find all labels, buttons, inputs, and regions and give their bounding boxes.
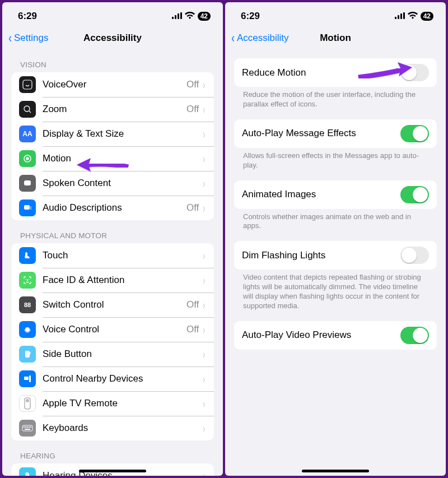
zoom-icon bbox=[19, 101, 36, 118]
row-label: Dim Flashing Lights bbox=[242, 250, 325, 261]
row-autoplay-messages: Auto-Play Message Effects bbox=[234, 119, 437, 148]
row-value: Off bbox=[186, 104, 199, 115]
audio-desc-icon bbox=[19, 199, 36, 216]
wifi-icon bbox=[185, 11, 195, 22]
screenshot-accessibility: 6:29 42 ‹ Settings Accessibility VISION … bbox=[2, 2, 223, 476]
row-appletv-remote[interactable]: Apple TV Remote › bbox=[11, 391, 214, 416]
chevron-right-icon: › bbox=[203, 202, 206, 214]
svg-point-7 bbox=[26, 157, 29, 160]
svg-rect-22 bbox=[30, 426, 31, 428]
toggle-autoplay-video[interactable] bbox=[400, 327, 429, 344]
svg-rect-27 bbox=[403, 12, 405, 19]
row-value: Off bbox=[186, 324, 199, 335]
svg-rect-17 bbox=[22, 425, 32, 431]
sidebutton-icon bbox=[19, 346, 36, 363]
footer-animated-images: Controls whether images animate on the w… bbox=[243, 212, 428, 231]
svg-rect-24 bbox=[395, 17, 396, 19]
row-label: Side Button bbox=[43, 349, 202, 360]
back-button[interactable]: ‹ Accessibility bbox=[231, 31, 289, 45]
svg-rect-14 bbox=[29, 375, 31, 382]
chevron-right-icon: › bbox=[203, 153, 206, 164]
motion-icon bbox=[19, 150, 36, 167]
back-label: Settings bbox=[14, 33, 48, 44]
status-bar: 6:29 42 bbox=[225, 2, 446, 27]
toggle-dim-flashing[interactable] bbox=[400, 247, 429, 264]
chevron-right-icon: › bbox=[203, 299, 206, 310]
row-side-button[interactable]: Side Button › bbox=[11, 342, 214, 366]
row-voiceover[interactable]: VoiceOver Off › bbox=[11, 72, 214, 97]
wifi-icon bbox=[408, 11, 418, 22]
row-label: Voice Control bbox=[43, 324, 186, 335]
row-label: Spoken Content bbox=[43, 178, 202, 189]
keyboards-icon bbox=[19, 420, 36, 437]
nearby-icon bbox=[19, 370, 36, 387]
faceid-icon bbox=[19, 272, 36, 289]
row-animated-images: Animated Images bbox=[234, 180, 437, 209]
svg-rect-25 bbox=[398, 15, 399, 19]
row-faceid[interactable]: Face ID & Attention › bbox=[11, 268, 214, 293]
chevron-left-icon: ‹ bbox=[8, 31, 12, 45]
row-display-text-size[interactable]: AA Display & Text Size › bbox=[11, 122, 214, 146]
row-dim-flashing: Dim Flashing Lights bbox=[234, 241, 437, 270]
svg-rect-9 bbox=[24, 205, 30, 210]
chevron-right-icon: › bbox=[203, 128, 206, 140]
row-label: Touch bbox=[43, 250, 202, 261]
status-indicators: 42 bbox=[172, 11, 211, 22]
row-reduce-motion: Reduce Motion bbox=[234, 58, 437, 87]
chevron-left-icon: ‹ bbox=[231, 31, 235, 45]
row-label: Motion bbox=[43, 153, 202, 164]
row-value: Off bbox=[186, 202, 199, 214]
section-header-hearing: HEARING bbox=[20, 452, 214, 460]
row-label: Display & Text Size bbox=[43, 128, 202, 140]
chevron-right-icon: › bbox=[203, 398, 206, 409]
group-video-previews: Auto-Play Video Previews bbox=[234, 321, 437, 350]
svg-rect-21 bbox=[29, 426, 30, 428]
row-control-nearby[interactable]: Control Nearby Devices › bbox=[11, 366, 214, 391]
touch-icon bbox=[19, 247, 36, 264]
toggle-animated-images[interactable] bbox=[400, 186, 429, 203]
status-time: 6:29 bbox=[18, 11, 37, 22]
motion-content: Reduce Motion Reduce the motion of the u… bbox=[225, 49, 446, 476]
row-keyboards[interactable]: Keyboards › bbox=[11, 416, 214, 440]
row-switch-control[interactable]: 88 Switch Control Off › bbox=[11, 293, 214, 317]
status-time: 6:29 bbox=[241, 11, 260, 22]
switch-icon: 88 bbox=[19, 296, 36, 313]
group-vision: VoiceOver Off › Zoom Off › AA Display & … bbox=[11, 72, 214, 220]
svg-rect-13 bbox=[24, 377, 29, 380]
row-touch[interactable]: Touch › bbox=[11, 243, 214, 268]
row-audio-descriptions[interactable]: Audio Descriptions Off › bbox=[11, 196, 214, 220]
voiceover-icon bbox=[19, 76, 36, 93]
chevron-right-icon: › bbox=[203, 324, 206, 335]
svg-rect-18 bbox=[24, 426, 25, 428]
toggle-autoplay-messages[interactable] bbox=[400, 125, 429, 142]
chevron-right-icon: › bbox=[203, 470, 206, 476]
nav-bar: ‹ Accessibility Motion bbox=[225, 27, 446, 49]
row-voice-control[interactable]: Voice Control Off › bbox=[11, 317, 214, 342]
row-motion[interactable]: Motion › bbox=[11, 146, 214, 171]
voicectl-icon bbox=[19, 321, 36, 338]
cellular-icon bbox=[395, 11, 405, 22]
row-spoken-content[interactable]: Spoken Content › bbox=[11, 171, 214, 196]
chevron-right-icon: › bbox=[203, 250, 206, 261]
toggle-reduce-motion[interactable] bbox=[400, 64, 429, 81]
row-label: Auto-Play Video Previews bbox=[242, 330, 351, 341]
svg-rect-20 bbox=[27, 426, 28, 428]
row-label: Auto-Play Message Effects bbox=[242, 128, 356, 139]
text-size-icon: AA bbox=[19, 126, 36, 142]
svg-rect-0 bbox=[172, 17, 174, 19]
row-zoom[interactable]: Zoom Off › bbox=[11, 97, 214, 122]
home-indicator bbox=[79, 470, 146, 472]
svg-point-5 bbox=[24, 106, 30, 112]
chevron-right-icon: › bbox=[203, 275, 206, 286]
row-label: Zoom bbox=[43, 104, 186, 115]
back-label: Accessibility bbox=[237, 33, 289, 44]
nav-bar: ‹ Settings Accessibility bbox=[2, 27, 223, 49]
appletv-icon bbox=[19, 395, 36, 412]
back-button[interactable]: ‹ Settings bbox=[8, 31, 48, 45]
group-message-effects: Auto-Play Message Effects bbox=[234, 119, 437, 148]
home-indicator bbox=[302, 470, 369, 472]
svg-rect-4 bbox=[23, 80, 32, 89]
svg-rect-2 bbox=[178, 13, 179, 19]
row-label: Switch Control bbox=[43, 299, 186, 310]
section-header-physical: PHYSICAL AND MOTOR bbox=[20, 231, 214, 240]
